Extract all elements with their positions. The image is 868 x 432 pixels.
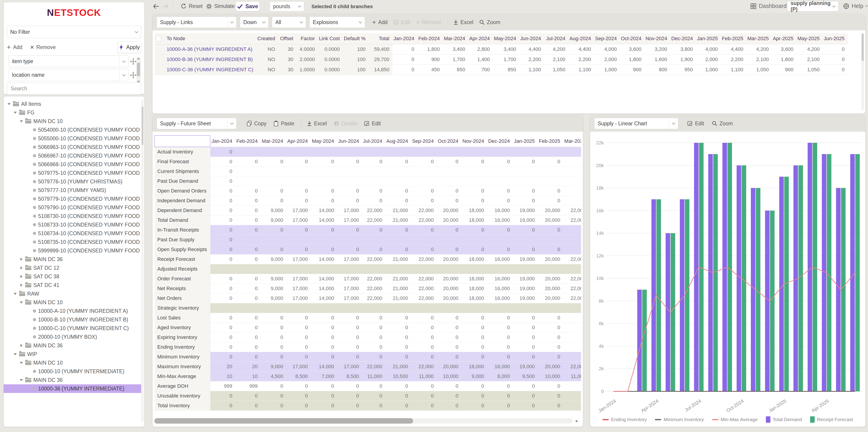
cell[interactable]: 0 [311, 391, 337, 401]
cell[interactable] [337, 303, 362, 313]
cell[interactable] [236, 264, 261, 274]
tree-item[interactable]: 5108730-10 (CONDENSED YUMMY FOOD - 30#) [4, 212, 141, 220]
caret-collapsed-icon[interactable] [21, 266, 23, 270]
caret-collapsed-icon[interactable] [21, 283, 23, 287]
cell[interactable]: 0 [286, 391, 311, 401]
tree-item[interactable]: 10000-B-10 (YUMMY INGREDIENT B) [4, 315, 141, 324]
tree-item[interactable]: 5066968-10 (CONDENSED YUMMY FOOD - 30#) [4, 160, 141, 169]
cell[interactable]: 0 [236, 401, 261, 410]
cell[interactable]: 0 [538, 391, 563, 401]
cell[interactable] [538, 264, 563, 274]
cell[interactable] [513, 264, 538, 274]
cell[interactable]: 0 [261, 401, 286, 410]
tree-item[interactable]: MAIN DC 36 [4, 255, 141, 264]
units-select[interactable]: pounds [270, 1, 304, 11]
future-hscrollbar[interactable] [154, 418, 572, 424]
scroll-right-icon[interactable]: ▸ [574, 418, 580, 424]
cell[interactable]: 0 [487, 401, 513, 410]
cell[interactable]: 0 [261, 391, 286, 401]
filter-field-location-name[interactable]: location name [9, 69, 128, 81]
cell[interactable] [563, 303, 581, 313]
filter-fields-scrollbar[interactable] [136, 57, 141, 86]
chart-edit-button[interactable]: Edit [687, 121, 704, 127]
cell[interactable] [311, 264, 337, 274]
tree-item[interactable]: MAIN DC 10 [4, 298, 141, 307]
tree-item[interactable]: 5055000-10 (CONDENSED YUMMY FOOD - 20#) [4, 134, 141, 143]
tree-item[interactable]: 10000-A-10 (YUMMY INGREDIENT A) [4, 307, 141, 315]
tree-item[interactable]: SAT DC 12 [4, 264, 141, 272]
cell[interactable]: 0 [563, 391, 581, 401]
cell[interactable] [286, 303, 311, 313]
tree-item[interactable]: 5108735-10 (CONDENSED YUMMY FOOD - 15#) [4, 238, 141, 246]
cell[interactable] [563, 264, 581, 274]
cell[interactable] [261, 303, 286, 313]
caret-expanded-icon[interactable] [7, 103, 11, 105]
future-paste-button[interactable]: Paste [273, 121, 294, 127]
links-scope-select[interactable]: All [272, 17, 306, 28]
caret-expanded-icon[interactable] [20, 379, 23, 381]
legend-item[interactable]: Ending Inventory [602, 416, 647, 423]
cell[interactable] [487, 303, 513, 313]
tree-item[interactable]: MAIN DC 10 [4, 359, 141, 367]
save-button[interactable]: Save [236, 1, 260, 11]
caret-expanded-icon[interactable] [13, 353, 17, 355]
cell[interactable] [462, 264, 487, 274]
cell[interactable] [311, 303, 337, 313]
links-zoom-button[interactable]: Zoom [479, 19, 500, 25]
cell[interactable]: 0 [437, 401, 462, 410]
tree-item[interactable]: 5108734-10 (CONDENSED YUMMY FOOD - 6#) [4, 229, 141, 238]
move-handle-icon[interactable] [130, 58, 137, 65]
cell[interactable]: 0 [411, 401, 437, 410]
search-input[interactable] [7, 83, 141, 95]
caret-expanded-icon[interactable] [20, 120, 23, 122]
cell[interactable] [362, 264, 385, 274]
corner-cell[interactable] [155, 135, 210, 147]
cell[interactable]: 0 [513, 401, 538, 410]
tree-item[interactable]: 5079775-10 (CONDENSED YUMMY FOOD - 30#) [4, 169, 141, 177]
future-excel-button[interactable]: Excel [307, 121, 327, 127]
cell[interactable] [362, 303, 385, 313]
tree-item[interactable]: 5108733-10 (CONDENSED YUMMY FOOD - 6#) [4, 220, 141, 229]
cell[interactable] [337, 264, 362, 274]
legend-item[interactable]: Min-Max Average [712, 416, 758, 423]
tree-item[interactable]: 5066963-10 (CONDENSED YUMMY FOOD - 15#) [4, 143, 141, 151]
cell[interactable]: 0 [462, 391, 487, 401]
scrollbar-thumb[interactable] [137, 63, 140, 76]
cell[interactable] [210, 264, 236, 274]
cell[interactable]: 0 [311, 401, 337, 410]
tree-item[interactable]: 10000-36 (YUMMY INTERMEDIATE) [4, 384, 141, 393]
tree-item[interactable]: 5079776-10 (YUMMY CHRISTMAS) [4, 177, 141, 186]
tree-item[interactable]: 5079779-10 (CONDENSED YUMMY FOOD - 6#) [4, 194, 141, 203]
tree-item[interactable]: 10000-C-10 (YUMMY INGREDIENT C) [4, 324, 141, 333]
chart-zoom-button[interactable]: Zoom [712, 121, 733, 127]
dashboard-menu[interactable]: Dashboard [750, 3, 791, 9]
cell[interactable] [513, 303, 538, 313]
scroll-up-icon[interactable] [137, 58, 140, 60]
filter-field-item-type[interactable]: item type [9, 55, 128, 67]
scrollbar-thumb[interactable] [862, 34, 864, 61]
tree-item[interactable]: MAIN DC 10 [4, 117, 141, 126]
cell[interactable] [385, 303, 411, 313]
remove-filter-button[interactable]: × Remove [30, 43, 56, 51]
links-excel-button[interactable]: Excel [453, 19, 473, 25]
cell[interactable]: 0 [337, 401, 362, 410]
tree-item[interactable]: 5079790-10 (CONDENSED YUMMY FOOD - 15#) [4, 203, 141, 212]
cell[interactable]: 0 [236, 391, 261, 401]
cell[interactable] [210, 303, 236, 313]
tree-item[interactable]: MAIN DC 36 [4, 376, 141, 384]
cell[interactable]: 0 [563, 401, 581, 410]
cell[interactable]: 0 [337, 391, 362, 401]
tree-item[interactable]: FG [4, 108, 141, 117]
legend-item[interactable]: Minimum Inventory [655, 416, 704, 423]
cell[interactable] [538, 303, 563, 313]
tree-scrollbar[interactable] [141, 100, 144, 422]
tree-item[interactable]: 20000-10 (YUMMY BOX) [4, 333, 141, 341]
tree-item[interactable]: SAT DC 38 [4, 272, 141, 281]
legend-item[interactable]: Receipt Forecast [810, 416, 853, 423]
caret-expanded-icon[interactable] [20, 302, 23, 304]
to-node-link[interactable]: 10000-C-36 (YUMMY INGREDIENT C) [164, 64, 256, 75]
cell[interactable] [437, 303, 462, 313]
tree-item[interactable]: 10000-10 (YUMMY INTERMEDIATE) [4, 367, 141, 376]
future-edit-button[interactable]: Edit [364, 121, 381, 127]
back-arrow-button[interactable] [152, 2, 161, 11]
